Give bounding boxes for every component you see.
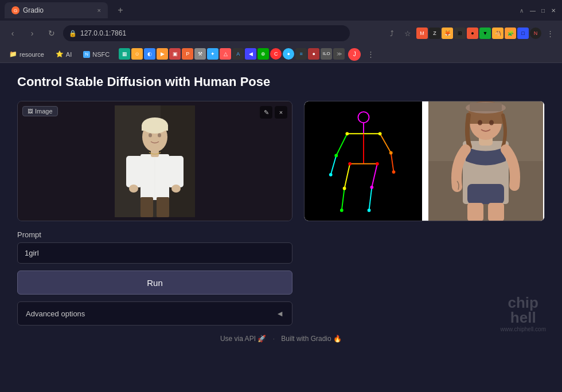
watermark: chip hell www.chiphell.com xyxy=(501,295,546,332)
ext-icon-8[interactable]: 🧩 xyxy=(505,28,516,39)
ext-icon-2[interactable]: Z xyxy=(429,28,440,39)
bm-ext-12[interactable]: ⊕ xyxy=(257,48,269,60)
advanced-options-arrow-icon: ◄ xyxy=(276,309,284,318)
divider xyxy=(422,101,427,221)
image-label-text: Image xyxy=(35,108,53,115)
bm-ext-8[interactable]: ✦ xyxy=(207,48,218,60)
bm-ext-18[interactable]: ≫ xyxy=(333,48,345,60)
pose-svg xyxy=(312,101,415,221)
prompt-input[interactable] xyxy=(17,242,292,264)
browser-tab[interactable]: G Gradio × xyxy=(5,2,108,18)
bookmark-folder-icon: 📁 xyxy=(9,50,17,58)
pose-container xyxy=(305,101,422,221)
bm-ext-5[interactable]: ▣ xyxy=(169,48,181,60)
ext-icon-9[interactable]: □ xyxy=(517,28,529,39)
tab-title: Gradio xyxy=(23,6,94,14)
bookmark-ai[interactable]: ⭐ AI xyxy=(51,48,76,61)
close-window-button[interactable]: ✕ xyxy=(549,6,557,14)
ext-icon-5[interactable]: ● xyxy=(467,28,478,39)
advanced-options-label: Advanced options xyxy=(26,309,276,318)
prompt-label: Prompt xyxy=(17,230,292,239)
bm-ext-3[interactable]: ◐ xyxy=(144,48,155,60)
api-link[interactable]: Use via API 🚀 xyxy=(220,335,268,343)
maximize-button[interactable]: □ xyxy=(539,6,547,14)
image-actions: ✎ × xyxy=(260,106,287,119)
forward-button[interactable]: › xyxy=(24,25,40,41)
address-actions: ⤴ ☆ M Z 🦊 ⊞ ● ▼ 🐴 🧩 □ N ⋮ xyxy=(384,26,557,41)
new-tab-button[interactable]: + xyxy=(112,2,128,18)
bm-ext-2[interactable]: ☺ xyxy=(131,48,143,60)
svg-point-36 xyxy=(348,162,352,166)
page-content: Control Stable Diffusion with Human Pose… xyxy=(0,63,562,373)
svg-point-41 xyxy=(367,209,370,212)
edit-image-button[interactable]: ✎ xyxy=(260,106,272,119)
watermark-text: chip hell xyxy=(501,295,546,325)
api-text: Use via API xyxy=(220,335,256,343)
watermark-domain: www.chiphell.com xyxy=(501,326,546,332)
built-text: Built with Gradio xyxy=(281,335,331,343)
bm-ext-6[interactable]: P xyxy=(182,48,193,60)
remove-image-button[interactable]: × xyxy=(275,106,287,119)
svg-rect-52 xyxy=(470,103,502,111)
bookmark-resource[interactable]: 📁 resource xyxy=(5,48,49,61)
bookmark-nsfc[interactable]: N NSFC xyxy=(79,48,114,61)
svg-point-9 xyxy=(149,133,152,137)
bm-ext-7[interactable]: ⚒ xyxy=(194,48,206,60)
page-footer: Use via API 🚀 · Built with Gradio 🔥 xyxy=(17,326,545,352)
person-image xyxy=(115,105,195,217)
svg-point-31 xyxy=(378,132,381,135)
svg-rect-55 xyxy=(467,203,483,221)
bookmark-ai-label: AI xyxy=(66,51,72,58)
bm-ext-15[interactable]: ≡ xyxy=(295,48,307,60)
ext-icon-3[interactable]: 🦊 xyxy=(442,28,453,39)
reload-button[interactable]: ↻ xyxy=(44,25,60,41)
bm-ext-14[interactable]: ● xyxy=(283,48,294,60)
address-bar: ‹ › ↻ 🔒 127.0.0.1:7861 ⤴ ☆ M Z 🦊 ⊞ ● ▼ 🐴… xyxy=(0,21,562,46)
bookmark-nsfc-label: NSFC xyxy=(92,51,110,58)
bm-ext-10[interactable]: A xyxy=(232,48,244,60)
svg-point-38 xyxy=(342,187,346,190)
share-icon[interactable]: ⤴ xyxy=(384,26,399,41)
star-icon[interactable]: ☆ xyxy=(400,26,415,41)
bm-ext-9[interactable]: △ xyxy=(220,48,231,60)
bm-ext-4[interactable]: ▶ xyxy=(157,48,168,60)
bookmark-resource-label: resource xyxy=(19,51,44,58)
api-rocket-icon: 🚀 xyxy=(257,335,266,343)
window-menu-icon[interactable]: ∧ xyxy=(516,5,526,15)
main-layout: 🖼 Image ✎ × xyxy=(17,101,545,326)
svg-rect-46 xyxy=(467,184,504,204)
title-bar: G Gradio × + ∧ — □ ✕ xyxy=(0,0,562,21)
bm-ext-1[interactable]: ▦ xyxy=(119,48,130,60)
svg-point-14 xyxy=(129,185,138,193)
bm-ext-16[interactable]: ● xyxy=(308,48,319,60)
user-avatar[interactable]: J xyxy=(348,48,361,61)
image-label: 🖼 Image xyxy=(22,106,58,116)
url-text: 127.0.0.1:7861 xyxy=(80,29,126,37)
bm-ext-13[interactable]: C xyxy=(270,48,282,60)
run-button[interactable]: Run xyxy=(17,271,292,295)
ext-icon-7[interactable]: 🐴 xyxy=(492,28,504,39)
back-button[interactable]: ‹ xyxy=(5,25,21,41)
svg-rect-11 xyxy=(140,197,153,217)
menu-icon[interactable]: ⋮ xyxy=(543,26,557,41)
bm-ext-11[interactable]: ◀ xyxy=(245,48,256,60)
ext-icon-6[interactable]: ▼ xyxy=(479,28,491,39)
svg-point-53 xyxy=(478,120,482,126)
ext-icon-4[interactable]: ⊞ xyxy=(454,28,466,39)
more-options-icon[interactable]: ⋮ xyxy=(363,47,378,62)
svg-point-35 xyxy=(392,170,395,174)
nsfc-icon: N xyxy=(83,51,90,58)
ext-icon-10[interactable]: N xyxy=(530,28,541,39)
ext-icon-1[interactable]: M xyxy=(416,28,428,39)
image-upload-area[interactable]: 🖼 Image ✎ × xyxy=(17,101,292,221)
url-bar[interactable]: 🔒 127.0.0.1:7861 xyxy=(63,25,350,41)
built-with-link[interactable]: Built with Gradio 🔥 xyxy=(281,335,342,343)
footer-separator: · xyxy=(273,335,275,343)
minimize-button[interactable]: — xyxy=(529,6,537,14)
svg-rect-12 xyxy=(157,197,169,217)
svg-point-37 xyxy=(376,162,379,166)
bm-ext-17[interactable]: ILO xyxy=(321,48,332,60)
tab-close-button[interactable]: × xyxy=(97,7,101,14)
advanced-options-toggle[interactable]: Advanced options ◄ xyxy=(17,301,292,326)
svg-point-40 xyxy=(340,209,344,212)
